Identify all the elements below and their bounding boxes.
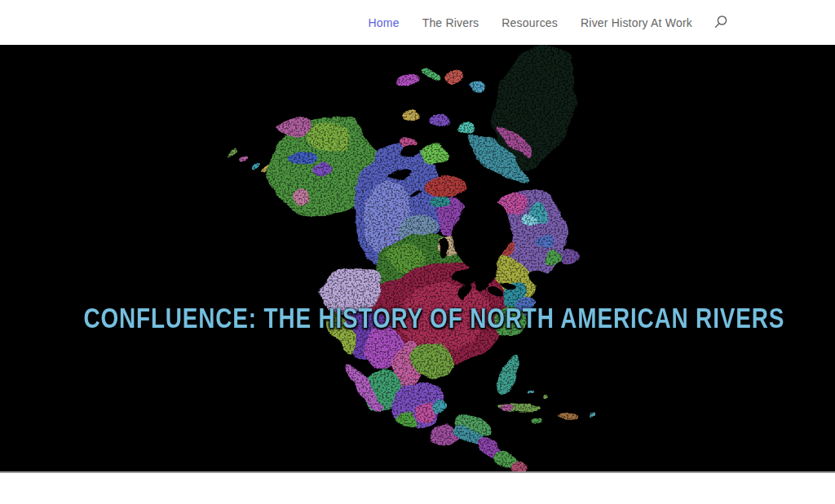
nav-item-resources[interactable]: Resources [501, 16, 558, 29]
basin-puerto-rico [589, 409, 595, 413]
basin-quebec-blue [535, 234, 554, 250]
basin-arctic-island-7 [457, 123, 475, 135]
site-header: HomeThe RiversResourcesRiver History At … [0, 0, 835, 45]
basin-quebec-cyan [520, 211, 537, 224]
basin-mexico-teal [432, 401, 448, 414]
basin-saskatchewan-light-green [385, 244, 427, 270]
nav-item-river-history-at-work[interactable]: River History At Work [581, 16, 692, 29]
hero-title: CONFLUENCE: THE HISTORY OF NORTH AMERICA… [83, 301, 751, 335]
basin-bahama-2 [542, 397, 547, 400]
hero-section: CONFLUENCE: THE HISTORY OF NORTH AMERICA… [0, 45, 835, 471]
nav-item-the-rivers[interactable]: The Rivers [422, 16, 479, 29]
nav-item-home[interactable]: Home [368, 16, 399, 29]
search-icon [714, 15, 729, 30]
content-strip [0, 471, 835, 504]
basin-arctic-island-3 [444, 72, 463, 83]
search-button[interactable] [712, 13, 731, 32]
basin-jamaica [532, 420, 544, 425]
basin-alaska-purple [311, 163, 329, 176]
basin-keewatin-teal [431, 194, 450, 209]
main-nav: HomeThe RiversResourcesRiver History At … [368, 16, 692, 29]
basin-quebec-green [543, 251, 559, 266]
basin-yukon-delta-blue [291, 150, 316, 165]
basin-bahama-1 [528, 389, 532, 392]
river-basin-map [0, 45, 835, 471]
basin-mexico-green [399, 413, 417, 427]
